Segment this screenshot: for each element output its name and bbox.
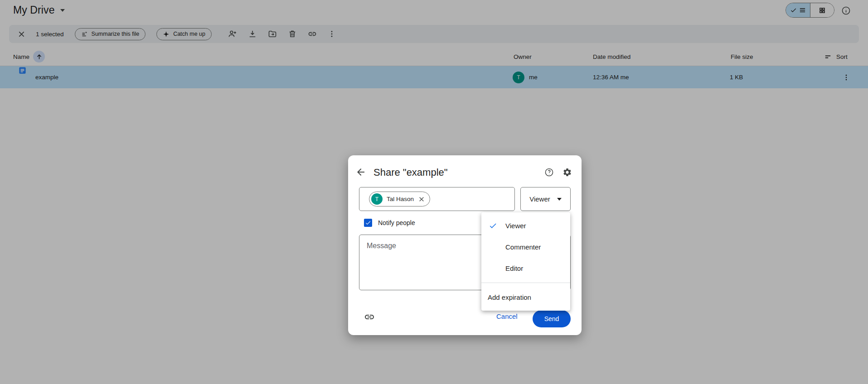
check-icon xyxy=(489,221,497,230)
dialog-title: Share "example" xyxy=(373,167,448,178)
menu-item-label: Viewer xyxy=(505,222,526,230)
recipient-chip: T Tal Hason xyxy=(369,192,430,206)
role-dropdown-button[interactable]: Viewer xyxy=(520,187,571,211)
gear-icon[interactable] xyxy=(563,168,572,177)
menu-item-label: Commenter xyxy=(505,243,541,251)
menu-item-label: Add expiration xyxy=(488,293,531,301)
remove-recipient-icon[interactable] xyxy=(418,196,425,203)
recipient-avatar: T xyxy=(371,193,383,205)
recipient-name: Tal Hason xyxy=(387,196,414,202)
help-icon[interactable] xyxy=(544,168,554,177)
copy-link-icon[interactable] xyxy=(364,312,375,322)
role-dropdown-label: Viewer xyxy=(529,195,550,203)
menu-item-commenter[interactable]: Commenter xyxy=(481,236,570,258)
menu-item-add-expiration[interactable]: Add expiration xyxy=(481,287,570,308)
menu-item-editor[interactable]: Editor xyxy=(481,258,570,279)
recipient-input[interactable]: T Tal Hason xyxy=(359,187,515,211)
check-icon xyxy=(365,220,371,226)
notify-people-row[interactable]: Notify people xyxy=(364,219,415,227)
back-arrow-icon[interactable] xyxy=(355,167,366,178)
role-menu: Viewer Commenter Editor Add expiration xyxy=(481,212,570,311)
menu-item-viewer[interactable]: Viewer xyxy=(481,215,570,236)
menu-item-label: Editor xyxy=(505,264,523,272)
notify-checkbox[interactable] xyxy=(364,219,372,227)
send-button[interactable]: Send xyxy=(533,310,571,327)
notify-label: Notify people xyxy=(378,219,415,226)
menu-divider xyxy=(481,283,570,283)
chevron-down-icon xyxy=(557,198,562,201)
google-drive-page: My Drive 1 se xyxy=(0,0,868,384)
cancel-button[interactable]: Cancel xyxy=(496,312,518,320)
